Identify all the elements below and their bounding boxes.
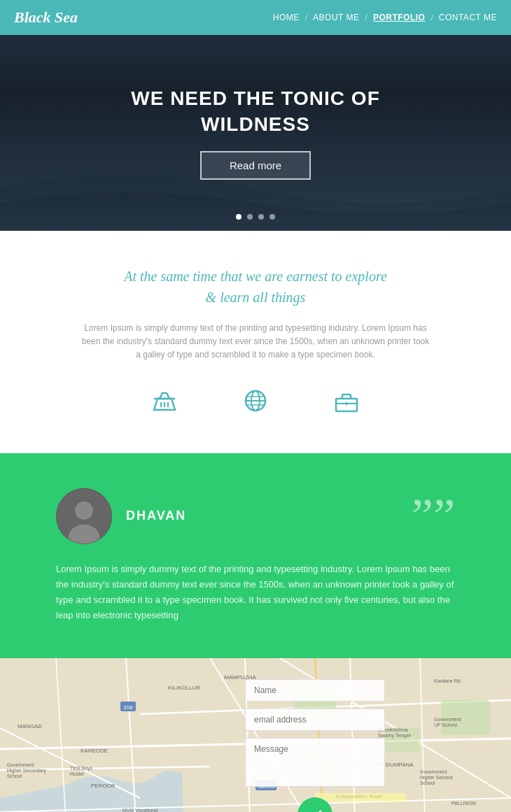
quote-icon: ”” (412, 492, 455, 541)
briefcase-icon-item (329, 383, 364, 418)
icons-row (56, 383, 455, 418)
testimonial-section: DHAVAN ”” Lorem Ipsum is simply dummy te… (0, 453, 511, 658)
svg-text:MVG Vocational: MVG Vocational (122, 808, 158, 812)
hero-dots (236, 214, 275, 220)
dot-4[interactable] (270, 214, 275, 220)
globe-icon-item (238, 383, 273, 418)
svg-text:PEROOR: PEROOR (91, 783, 115, 789)
svg-text:KILIKOLLUR: KILIKOLLUR (168, 685, 200, 691)
read-more-button[interactable]: Read more (200, 151, 311, 180)
nav-contact[interactable]: CONTACT ME (439, 13, 497, 22)
svg-text:Kandara Rd.: Kandara Rd. (434, 678, 461, 683)
logo[interactable]: Black Sea (14, 8, 78, 27)
submit-button[interactable] (298, 797, 332, 812)
map-section: MANGAD Government Higher Secondary Schoo… (0, 658, 511, 812)
testimonial-name-block: DHAVAN (126, 508, 186, 523)
hero-title: WE NEED THE TONIC OF WILDNESS (131, 86, 380, 137)
nav-sep-3: / (430, 13, 433, 23)
briefcase-icon (329, 383, 364, 418)
message-input[interactable] (245, 738, 385, 787)
svg-text:TKM Boys: TKM Boys (70, 766, 93, 771)
about-title: At the same time that we are earnest to … (56, 266, 455, 308)
svg-text:Higher Second.: Higher Second. (420, 775, 454, 781)
nav-sep-1: / (305, 13, 307, 23)
name-input[interactable] (245, 679, 385, 701)
nav-home[interactable]: HOME (273, 13, 300, 22)
email-input[interactable] (245, 708, 385, 731)
nav-sep-2: / (365, 13, 368, 23)
header: Black Sea HOME / ABOUT ME / PORTFOLIO / … (0, 0, 511, 35)
svg-text:PALLINOM: PALLINOM (451, 801, 476, 806)
svg-text:Government: Government (420, 769, 447, 774)
avatar-image (56, 488, 112, 544)
svg-point-13 (75, 501, 93, 520)
about-body: Lorem Ipsum is simply dummy text of the … (80, 322, 430, 362)
svg-text:School: School (7, 774, 22, 778)
svg-text:208: 208 (123, 704, 133, 711)
basket-icon (147, 383, 182, 418)
testimonial-name: DHAVAN (126, 508, 186, 523)
svg-text:Hostel: Hostel (70, 771, 84, 776)
svg-text:MANGAD: MANGAD (18, 723, 42, 729)
testimonial-header: DHAVAN ”” (56, 488, 455, 544)
svg-text:Higher Secondary: Higher Secondary (7, 768, 47, 774)
checkmark-icon (307, 806, 323, 812)
globe-icon (238, 383, 273, 418)
nav-portfolio[interactable]: PORTFOLIO (373, 13, 426, 22)
basket-icon-item (147, 383, 182, 418)
about-section: At the same time that we are earnest to … (0, 231, 511, 453)
svg-text:School: School (420, 781, 435, 785)
testimonial-text: Lorem Ipsum is simply dummy text of the … (56, 562, 455, 623)
dot-2[interactable] (247, 214, 253, 220)
nav-about[interactable]: ABOUT ME (313, 13, 359, 22)
svg-text:Government: Government (7, 762, 34, 767)
svg-text:KAREODE: KAREODE (80, 748, 108, 754)
contact-form (245, 679, 385, 812)
svg-text:UP School: UP School (434, 722, 457, 727)
hero-content: WE NEED THE TONIC OF WILDNESS Read more (131, 86, 380, 180)
svg-text:Government: Government (434, 717, 461, 722)
nav: HOME / ABOUT ME / PORTFOLIO / CONTACT ME (273, 13, 497, 23)
dot-3[interactable] (258, 214, 264, 220)
avatar (56, 488, 112, 544)
dot-1[interactable] (236, 214, 241, 220)
hero-section: WE NEED THE TONIC OF WILDNESS Read more (0, 35, 511, 231)
